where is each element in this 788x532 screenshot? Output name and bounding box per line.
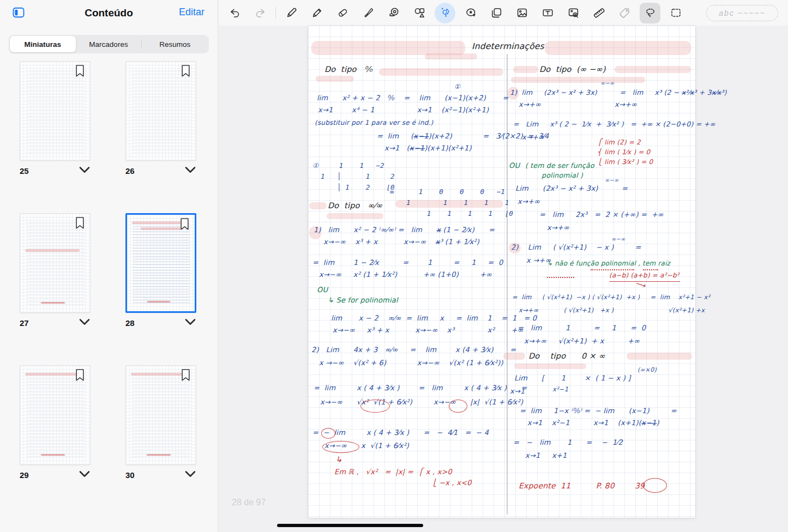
red-dotted-underline	[591, 269, 634, 270]
page-thumbnail[interactable]	[20, 365, 91, 465]
shapes-icon	[413, 7, 426, 19]
bookmark-icon	[181, 368, 191, 383]
ink-line: ⎧ lim (2) = 2	[597, 139, 641, 147]
ink-line: Do tipo 0 × ∞	[528, 352, 605, 361]
ink-line: x→+∞	[518, 198, 540, 206]
thumbnail-footer: 27	[20, 318, 91, 328]
chevron-down-icon[interactable]	[79, 470, 91, 480]
ink-line: ( tem de ser função	[525, 162, 594, 170]
thumbnail-cell: 30	[125, 365, 196, 480]
ink-line: ↳	[335, 455, 342, 464]
redo-button	[250, 3, 270, 23]
tab-marcadores[interactable]: Marcadores	[76, 36, 142, 52]
ink-line: ①	[454, 83, 460, 91]
thumbnail-content-preview	[27, 70, 86, 154]
ink-line: polinomial )	[542, 172, 583, 179]
ink-line: x→−∞ x³ + x x→−∞ x̶³ (1 + 1⁄x²)	[323, 238, 479, 246]
pencil-button[interactable]	[306, 3, 327, 23]
highlighter-icon	[362, 7, 375, 19]
smart-lasso-button[interactable]	[435, 3, 455, 23]
tape-button[interactable]	[383, 3, 404, 23]
ink-line: = lim 1 = 1 = 0	[518, 324, 646, 332]
sticker-button[interactable]	[460, 3, 481, 23]
edit-button[interactable]: Editar	[179, 7, 204, 18]
ink-line: = Lim x³ ( 2 − 1⁄x + 3⁄x² ) = +∞ × (2−0+…	[513, 120, 715, 128]
redo-icon	[254, 7, 267, 19]
marquee-icon	[670, 7, 682, 19]
page-thumbnail[interactable]	[125, 213, 196, 313]
ink-line: x →−∞ √(x² + 6) x→−∞ √(x² (1 + 6⁄x²))	[319, 359, 503, 367]
pencil-icon	[311, 7, 323, 19]
thumbnail-highlight-band	[132, 221, 186, 224]
highlighter-stroke	[327, 213, 383, 219]
ink-line: x→1 x⁴ − 1 x→1 (x²−1)(x²+1)	[318, 106, 489, 114]
ruler-button[interactable]	[588, 3, 609, 23]
ink-line: Lim [ 1 × ( 1 − x ) ]	[514, 374, 631, 383]
home-indicator[interactable]	[277, 524, 423, 527]
red-dotted-underline	[643, 269, 658, 270]
ink-line: = − lim 1 = − 1⁄2	[513, 439, 623, 447]
page-thumbnail[interactable]	[125, 61, 196, 161]
ink-line: ∞−∞	[600, 80, 615, 87]
ruler-icon	[593, 7, 605, 19]
ink-line: ↳ Se for polinomial	[328, 297, 398, 305]
page-number-label: 30	[125, 470, 135, 480]
chevron-down-icon[interactable]	[79, 318, 91, 328]
ink-line: (substituir por 1 para ver se é ind.)	[315, 119, 433, 127]
sidebar: Conteúdo Editar MiniaturasMarcadoresResu…	[0, 0, 218, 532]
page-number-label: 29	[20, 470, 29, 480]
ink-line: ① 1 1 −2	[312, 162, 384, 170]
chevron-down-icon[interactable]	[79, 166, 91, 176]
smart-lasso-icon	[439, 7, 452, 19]
page-thumbnail[interactable]	[125, 365, 196, 465]
chevron-down-icon[interactable]	[184, 318, 196, 328]
page-thumbnail[interactable]	[20, 61, 91, 161]
handwriting-recognition-field: abc ~~~~~	[706, 5, 778, 21]
ink-line: = lim 2x³ = 2 × (+∞) = +∞	[539, 211, 664, 219]
ink-line: x→+∞ ( √(x²+1) +x ) √(x²+1) +x	[519, 307, 705, 314]
pen-button[interactable]	[281, 3, 302, 23]
ink-line: x→−∞ x³ + x x→−∞ x³ x² +∞	[333, 327, 524, 335]
pointer-tag-icon	[618, 7, 631, 19]
thumbnail-red-ink-mark	[41, 454, 65, 456]
red-circle-annotation	[321, 428, 335, 439]
sidebar-icon	[11, 13, 26, 21]
lasso-button[interactable]	[640, 3, 660, 23]
ink-line: ⎨ lim ( 1⁄x ) = 0	[597, 149, 650, 156]
page-number-label: 28	[125, 318, 135, 328]
ink-line: x→+∞	[547, 224, 569, 232]
page-thumbnail[interactable]	[20, 213, 91, 313]
text-box-button[interactable]	[537, 3, 558, 23]
highlighter-stroke	[316, 76, 354, 82]
ink-line: (a−b) (a+b) = a²−b²	[609, 272, 679, 280]
chevron-down-icon[interactable]	[184, 166, 196, 176]
ink-line: lim x − 2 ∞⁄∞ = lim x = lim 1 = 1 = 0	[331, 315, 537, 323]
red-dotted-underline	[547, 277, 574, 278]
highlighter-stroke	[379, 68, 503, 76]
tab-resumos[interactable]: Resumos	[142, 36, 208, 52]
ink-line: x→−∞ √x² √(1 + 6⁄x²) x→−∞ |x| √(1 + 6⁄x²…	[320, 398, 523, 407]
ink-line: ⎩ lim ( 3⁄x² ) = 0	[597, 159, 653, 166]
thumbnail-highlight-band	[25, 373, 81, 376]
eraser-button[interactable]	[332, 3, 353, 23]
ink-line: x→1	[510, 388, 525, 396]
highlighter-button[interactable]	[358, 3, 378, 23]
thumbnail-red-ink-mark	[147, 301, 170, 303]
ink-line: ∞−∞	[605, 177, 619, 184]
sidebar-toggle-button[interactable]	[11, 5, 26, 20]
shapes-button[interactable]	[409, 3, 430, 23]
image-search-button[interactable]	[563, 3, 584, 23]
image-button[interactable]	[512, 3, 532, 23]
thumbnail-content-preview	[133, 374, 191, 458]
tab-miniaturas[interactable]: Miniaturas	[10, 36, 76, 52]
bookmark-icon	[179, 217, 190, 232]
undo-button[interactable]	[224, 3, 245, 23]
notebook-page[interactable]: IndeterminaçõesDo tipo ⁰⁄₀Do tipo (∞ −∞)…	[308, 26, 695, 518]
ink-line: Do tipo ⁰⁄₀	[324, 65, 372, 74]
red-circle-annotation	[322, 441, 359, 453]
marquee-button[interactable]	[665, 3, 686, 23]
chevron-down-icon[interactable]	[184, 470, 196, 480]
pages-button[interactable]	[486, 3, 507, 23]
thumbnail-cell: 28	[125, 213, 196, 328]
bookmark-icon	[181, 64, 191, 78]
